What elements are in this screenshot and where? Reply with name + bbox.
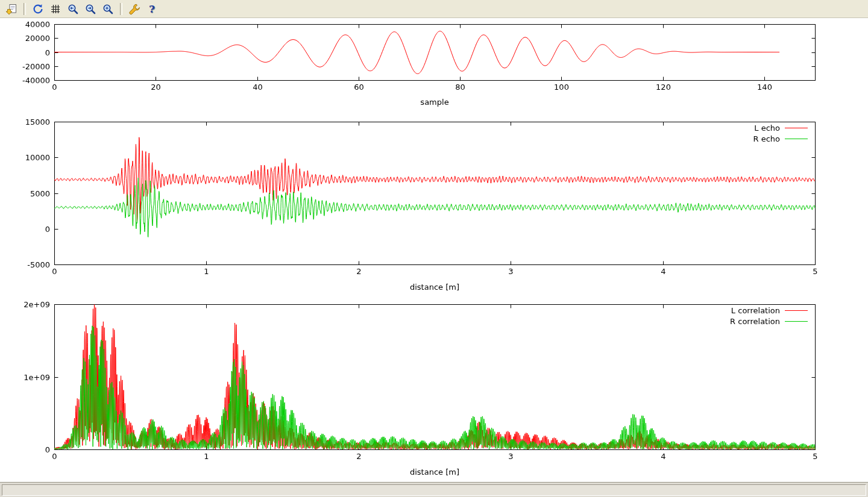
gnuplot-window: ? ? xyxy=(0,0,868,497)
configure-button[interactable] xyxy=(127,2,142,16)
clipboard-export-icon xyxy=(5,3,17,15)
wrench-icon xyxy=(128,3,140,15)
zoom-previous-button[interactable] xyxy=(65,2,81,16)
help-button[interactable]: ? ? xyxy=(144,2,160,16)
plot-area xyxy=(0,18,868,482)
replot-button[interactable] xyxy=(30,2,46,16)
toolbar: ? ? xyxy=(0,0,868,18)
zoom-next-icon xyxy=(84,3,96,15)
status-field xyxy=(2,484,866,496)
toolbar-separator xyxy=(24,3,26,15)
grid-icon xyxy=(49,3,61,15)
help-icon: ? ? xyxy=(146,3,158,15)
toggle-grid-button[interactable] xyxy=(48,2,63,16)
status-bar xyxy=(0,482,868,497)
zoom-previous-icon xyxy=(67,3,79,15)
svg-text:?: ? xyxy=(149,3,155,15)
zoom-next-button[interactable] xyxy=(83,2,98,16)
plot-canvas[interactable] xyxy=(0,18,868,482)
toolbar-separator xyxy=(120,3,122,15)
autoscale-icon xyxy=(102,3,114,15)
copy-to-clipboard-button[interactable] xyxy=(4,2,19,16)
replot-icon xyxy=(32,3,44,15)
autoscale-button[interactable] xyxy=(100,2,116,16)
